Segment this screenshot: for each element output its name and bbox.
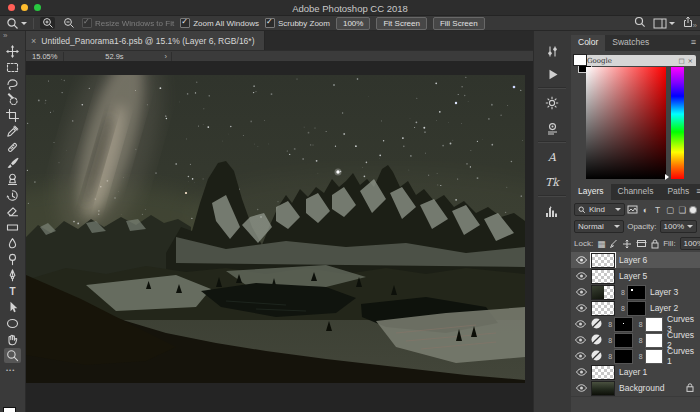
gradient-tool[interactable] [4, 220, 21, 235]
zoom-100-button[interactable]: 100% [336, 17, 370, 30]
adjustments-panel-icon[interactable] [539, 93, 565, 113]
layer-mask-thumbnail[interactable] [614, 333, 632, 348]
layer-name[interactable]: Layer 5 [619, 271, 647, 281]
visibility-eye-icon[interactable] [571, 320, 590, 328]
zoom-tool[interactable] [4, 348, 21, 363]
clone-stamp-tool[interactable] [4, 172, 21, 187]
vector-mask-thumbnail[interactable] [645, 349, 663, 364]
visibility-eye-icon[interactable] [571, 368, 591, 376]
blend-mode-dropdown[interactable]: Normal [574, 220, 624, 233]
curves-adjustment-icon[interactable] [590, 349, 606, 364]
glyphs-panel-icon[interactable]: A [539, 147, 565, 167]
lock-all-icon[interactable] [651, 239, 659, 249]
layer-row-background[interactable]: Background [571, 380, 700, 397]
layer-row-layer6[interactable]: Layer 6 [571, 252, 700, 269]
layer-thumbnail[interactable] [591, 285, 615, 300]
hue-slider-marker[interactable] [665, 174, 669, 180]
filter-kind-dropdown[interactable]: Kind [574, 203, 625, 216]
tab-paths[interactable]: Paths [660, 184, 696, 200]
brush-tool[interactable] [4, 156, 21, 171]
foreground-background-colors[interactable] [3, 407, 22, 412]
vector-mask-thumbnail[interactable] [645, 333, 663, 348]
history-brush-tool[interactable] [4, 188, 21, 203]
tab-layers[interactable]: Layers [571, 184, 611, 200]
zoom-out-button[interactable] [61, 17, 76, 29]
clone-source-panel-icon[interactable] [539, 118, 565, 138]
zoom-in-button[interactable] [40, 17, 55, 29]
fit-screen-button[interactable]: Fit Screen [376, 17, 426, 30]
layer-row-layer1[interactable]: Layer 1 [571, 364, 700, 381]
search-icon[interactable] [634, 16, 646, 30]
properties-panel-icon[interactable] [539, 41, 565, 61]
google-floating-window-titlebar[interactable]: Google □ × [584, 55, 696, 66]
filter-smart-object-icon[interactable]: ❏ [677, 205, 687, 215]
layer-thumbnail[interactable] [591, 269, 615, 284]
visibility-eye-icon[interactable] [571, 272, 591, 280]
visibility-eye-icon[interactable] [571, 336, 590, 344]
layer-name[interactable]: Curves 1 [667, 346, 700, 366]
filter-shape-icon[interactable]: ▢ [665, 205, 675, 215]
curves-adjustment-icon[interactable] [590, 317, 606, 332]
resize-windows-checkbox[interactable]: Resize Windows to Fit [82, 18, 174, 28]
foreground-color-swatch[interactable] [3, 407, 16, 412]
status-zoom-level[interactable]: 15.05% [26, 52, 64, 61]
layer-name[interactable]: Layer 6 [619, 255, 647, 265]
visibility-eye-icon[interactable] [571, 256, 591, 264]
layer-name[interactable]: Layer 3 [650, 287, 678, 297]
panel-menu-icon[interactable]: ≡ [696, 184, 700, 200]
lock-pixels-icon[interactable] [609, 239, 618, 249]
document-image[interactable] [26, 75, 525, 383]
histogram-panel-icon[interactable] [539, 201, 565, 221]
status-timing[interactable]: 52.9s [64, 52, 164, 61]
eraser-tool[interactable] [4, 204, 21, 219]
quick-selection-tool[interactable] [4, 92, 21, 107]
visibility-eye-icon[interactable] [571, 288, 591, 296]
tab-swatches[interactable]: Swatches [605, 35, 656, 51]
lock-transparency-icon[interactable]: ▦ [597, 239, 605, 249]
layer-mask-thumbnail[interactable] [614, 317, 632, 332]
hand-tool[interactable] [4, 332, 21, 347]
spot-healing-brush-tool[interactable] [4, 140, 21, 155]
panel-menu-icon[interactable]: ≡ [691, 35, 700, 51]
scrubby-zoom-checkbox[interactable]: Scrubby Zoom [265, 18, 330, 28]
tab-channels[interactable]: Channels [611, 184, 661, 200]
visibility-eye-icon[interactable] [571, 352, 590, 360]
pen-tool[interactable] [4, 268, 21, 283]
filter-image-icon[interactable] [627, 205, 638, 214]
type-tool[interactable]: T [4, 284, 21, 299]
visibility-eye-icon[interactable] [571, 384, 591, 392]
layer-thumbnail[interactable] [591, 381, 615, 396]
status-chevron-icon[interactable]: › [164, 52, 172, 61]
layer-thumbnail[interactable] [591, 365, 615, 380]
canvas-area[interactable]: 15.05% 52.9s › [26, 50, 533, 412]
saturation-brightness-field[interactable] [586, 67, 666, 179]
collapse-toolbar-icon[interactable]: » [3, 31, 7, 40]
path-selection-tool[interactable] [4, 300, 21, 315]
actions-panel-icon[interactable] [539, 64, 565, 84]
fill-dropdown[interactable]: 100% [680, 237, 700, 250]
layer-mask-thumbnail[interactable] [627, 285, 646, 300]
restore-window-icon[interactable]: □ [678, 57, 684, 65]
lock-position-icon[interactable] [622, 239, 632, 249]
lasso-tool[interactable] [4, 76, 21, 91]
layer-thumbnail[interactable] [591, 253, 615, 268]
filter-type-icon[interactable]: T [652, 205, 662, 215]
layer-name[interactable]: Layer 2 [650, 303, 678, 313]
zoom-tool-preset-icon[interactable] [6, 17, 27, 30]
layer-mask-thumbnail[interactable] [627, 301, 646, 316]
document-tab[interactable]: × Untitled_Panorama1-6.psb @ 15.1% (Laye… [25, 31, 265, 50]
layer-name[interactable]: Layer 1 [619, 367, 647, 377]
curves-adjustment-icon[interactable] [590, 333, 606, 348]
filter-adjustment-icon[interactable]: ◐ [640, 205, 650, 215]
rectangular-marquee-tool[interactable] [4, 60, 21, 75]
close-icon[interactable]: × [31, 36, 36, 46]
filter-toggle[interactable] [689, 206, 697, 214]
dodge-tool[interactable] [4, 252, 21, 267]
panel-foreground-swatch[interactable] [573, 54, 587, 66]
lock-artboard-icon[interactable] [636, 239, 647, 248]
blur-tool[interactable] [4, 236, 21, 251]
layer-name[interactable]: Background [619, 383, 664, 393]
vector-mask-thumbnail[interactable] [645, 317, 663, 332]
layer-row-layer5[interactable]: Layer 5 [571, 268, 700, 285]
opacity-dropdown[interactable]: 100% [660, 220, 697, 233]
